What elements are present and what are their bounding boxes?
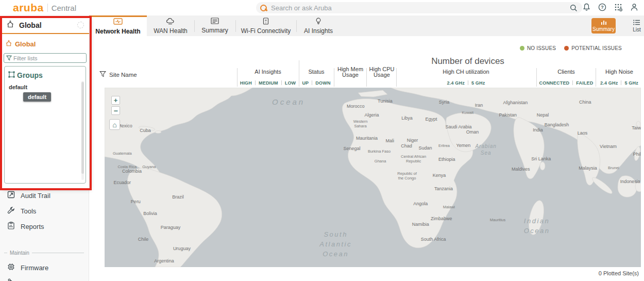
sub-connected[interactable]: CONNECTED — [539, 80, 569, 86]
sidebar-item-tools[interactable]: Tools — [7, 205, 36, 217]
sub-up[interactable]: UP — [302, 80, 309, 86]
context-title: Global — [19, 21, 73, 29]
bar-chart-icon — [601, 20, 607, 26]
column-high-mem-usage[interactable]: High Mem Usage — [335, 65, 366, 87]
context-panel: Global Global Groups default default — [1, 17, 89, 188]
list-view-label: List — [633, 27, 641, 32]
sidebar-item-organization[interactable]: Organization — [7, 277, 59, 281]
notifications-bell-icon[interactable] — [582, 2, 591, 12]
global-option[interactable]: Global — [1, 34, 89, 52]
sub-failed[interactable]: FAILED — [576, 80, 593, 86]
groups-scrollbar[interactable] — [81, 81, 84, 180]
header-divider — [366, 68, 367, 87]
tab-label: Network Health — [95, 28, 140, 35]
map-label: Saudi Arabia — [446, 124, 472, 129]
column-label: High Noise — [596, 65, 642, 79]
column-high-noise[interactable]: High Noise 2.4 GHz 5 GHz — [596, 65, 642, 87]
map-label: Chile — [138, 237, 149, 242]
help-icon[interactable]: ? — [598, 2, 607, 12]
global-context-selector[interactable]: Global — [1, 17, 89, 34]
map-label: Chad — [401, 143, 412, 148]
map-label: Egypt — [425, 117, 437, 122]
map-home-button[interactable]: ⌂ — [109, 119, 120, 130]
map-label: Zimbabwe — [431, 216, 452, 221]
map-label: Mauritius — [490, 218, 505, 222]
map-label: Sri Lanka — [531, 156, 551, 161]
zoom-out-button[interactable]: − — [111, 106, 120, 115]
site-name-header[interactable]: Site Name — [99, 71, 137, 78]
world-map[interactable]: OceanSouth Atlantic OceanIndian OceanAra… — [105, 88, 641, 267]
legend-label: NO ISSUES — [527, 45, 556, 51]
summary-icon — [211, 18, 219, 26]
global-search[interactable] — [256, 2, 582, 13]
filter-lists-field[interactable] — [4, 53, 87, 63]
zoom-in-button[interactable]: + — [111, 96, 120, 105]
tab-wifi-connectivity[interactable]: Wi-Fi Connectivity — [235, 15, 296, 36]
map-label: Morocco — [347, 104, 365, 109]
map-label: Bangladesh — [545, 122, 569, 127]
sidebar-item-reports[interactable]: Reports — [7, 221, 44, 232]
sub-24ghz[interactable]: 2.4 GHz — [600, 80, 618, 86]
sub-down[interactable]: DOWN — [315, 80, 330, 86]
audit-trail-icon — [7, 191, 15, 200]
legend-label: POTENTIAL ISSUES — [571, 45, 622, 51]
map-label: Republic of the Congo — [397, 171, 417, 180]
map-label: Vietnam — [600, 144, 617, 149]
column-high-ch-utilization[interactable]: High CH utilization 2.4 GHz 5 GHz — [397, 65, 535, 87]
aruba-logo[interactable]: aruba — [13, 2, 44, 14]
sub-5ghz[interactable]: 5 GHz — [624, 80, 638, 86]
sidebar-item-firmware[interactable]: Firmware — [7, 262, 48, 273]
map-label: Western Sahara — [353, 119, 368, 128]
sub-high[interactable]: HIGH — [240, 80, 252, 86]
group-item-default[interactable]: default — [5, 82, 86, 92]
user-icon[interactable] — [630, 2, 639, 12]
groups-box: Groups default — [4, 66, 86, 184]
sidebar-item-audit-trail[interactable]: Audit Trail — [7, 190, 50, 201]
map-label: Angola — [413, 201, 428, 206]
map-label: Namibia — [412, 222, 429, 227]
header-divider — [596, 68, 596, 87]
groups-title-label: Groups — [17, 71, 43, 79]
map-label: Central African Republic — [401, 154, 426, 163]
tab-network-health[interactable]: Network Health — [89, 15, 147, 36]
map-label: Arabian Sea — [475, 143, 496, 156]
filter-lists-input[interactable] — [13, 55, 84, 61]
map-labels: OceanSouth Atlantic OceanIndian OceanAra… — [105, 88, 641, 267]
filter-funnel-icon[interactable] — [99, 71, 106, 78]
sidebar-item-label: Firmware — [21, 264, 48, 272]
map-label: Malawi — [443, 205, 455, 209]
sub-low[interactable]: LOW — [285, 80, 296, 86]
global-option-label: Global — [15, 40, 36, 48]
column-ai-insights[interactable]: AI Insights HIGH MEDIUM LOW — [238, 65, 298, 87]
map-label: South Africa — [421, 237, 446, 242]
search-icon[interactable] — [569, 3, 578, 13]
legend: NO ISSUES POTENTIAL ISSUES — [520, 45, 622, 51]
search-input[interactable] — [267, 4, 569, 12]
map-label: Ecuador — [114, 180, 131, 185]
wan-health-icon — [166, 18, 175, 26]
summary-view-button[interactable]: Summary — [591, 18, 616, 34]
loading-spinner-icon — [77, 22, 84, 28]
map-label: Kuwait — [462, 110, 473, 115]
tab-ai-insights[interactable]: AI Insights — [296, 15, 341, 36]
global-icon — [5, 40, 12, 48]
sub-24ghz[interactable]: 2.4 GHz — [447, 80, 465, 86]
global-home-icon — [6, 20, 14, 30]
column-clients[interactable]: Clients CONNECTED FAILED — [537, 65, 595, 87]
sub-5ghz[interactable]: 5 GHz — [471, 80, 485, 86]
tabbar: Network Health WAN Health Summary Wi-Fi … — [89, 15, 644, 36]
list-view-button[interactable]: List — [626, 18, 644, 34]
tab-summary[interactable]: Summary — [194, 15, 235, 36]
site-name-label: Site Name — [109, 72, 137, 78]
sub-medium[interactable]: MEDIUM — [259, 80, 278, 86]
column-high-cpu-usage[interactable]: High CPU Usage — [367, 65, 396, 87]
map-label: Costa Rica — [117, 164, 137, 169]
map-label: Yemen — [456, 143, 471, 148]
map-label: Laos — [578, 130, 588, 136]
tab-label: Summary — [201, 27, 228, 34]
tab-wan-health[interactable]: WAN Health — [147, 15, 194, 36]
map-label: Uruguay — [173, 246, 191, 251]
column-status[interactable]: Status UP DOWN — [300, 65, 333, 87]
column-label: Status — [300, 65, 333, 79]
apps-grid-icon[interactable] — [614, 2, 623, 12]
